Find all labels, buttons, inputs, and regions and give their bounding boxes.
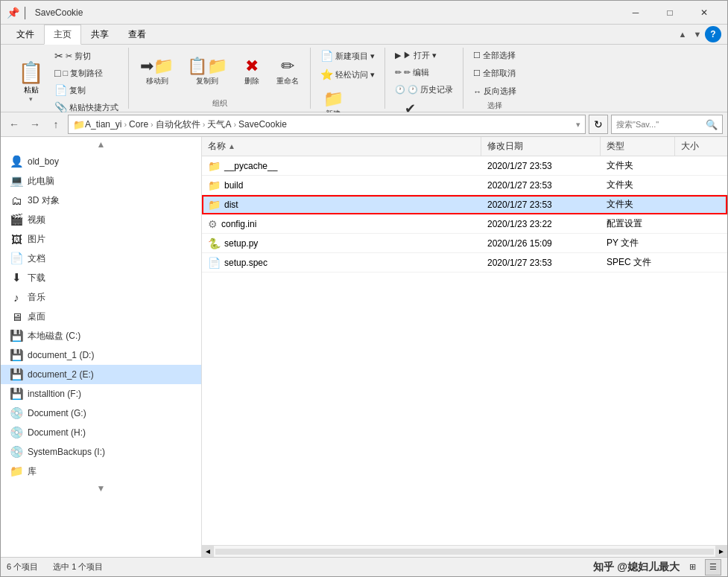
move-to-button[interactable]: ➡📁 移动到 <box>135 55 179 89</box>
select-all-button[interactable]: ☐ 全部选择 <box>469 48 519 63</box>
copy-path-icon: □ <box>54 67 60 79</box>
breadcrumb-item-4[interactable]: SaveCookie <box>238 119 287 130</box>
pin-icon[interactable]: 📌 <box>7 7 19 19</box>
file-row-build[interactable]: 📁 build 2020/1/27 23:53 文件夹 <box>202 176 727 195</box>
nav-bar: ← → ↑ 📁 A_tian_yi › Core › 自动化软件 › 天气A ›… <box>1 112 727 137</box>
ribbon: 文件 主页 共享 查看 ▲ ▼ ? 📋 粘贴 ▾ <box>1 25 727 112</box>
column-header-name[interactable]: 名称 ▲ <box>202 137 481 156</box>
address-folder-icon: 📁 <box>73 119 85 130</box>
column-header-date[interactable]: 修改日期 <box>481 137 601 156</box>
ribbon-scroll-up[interactable]: ▲ <box>675 26 690 42</box>
sidebar-item-this-pc[interactable]: 💻 此电脑 <box>1 171 201 191</box>
up-button[interactable]: ↑ <box>47 115 65 133</box>
new-item-button[interactable]: 📄 新建项目 ▾ <box>317 48 379 64</box>
refresh-button[interactable]: ↻ <box>589 115 608 134</box>
file-row-setup-spec[interactable]: 📄 setup.spec 2020/1/27 23:53 SPEC 文件 <box>202 253 727 272</box>
forward-button[interactable]: → <box>26 115 44 133</box>
column-header-size[interactable]: 大小 <box>675 137 727 156</box>
history-icon: 🕐 <box>395 85 405 95</box>
column-header-type[interactable]: 类型 <box>601 137 675 156</box>
copy-button[interactable]: 📄 复制 <box>51 82 122 98</box>
sidebar-item-installtion-f[interactable]: 💾 installtion (F:) <box>1 384 201 404</box>
tab-file[interactable]: 文件 <box>7 25 44 45</box>
video-icon: 🎬 <box>10 213 23 226</box>
new-item-icon: 📄 <box>320 50 333 62</box>
rename-icon: ✏ <box>281 58 294 74</box>
search-input[interactable] <box>616 120 706 129</box>
file-row-pycache[interactable]: 📁 __pycache__ 2020/1/27 23:53 文件夹 <box>202 156 727 176</box>
organize-label: 组织 <box>212 98 227 109</box>
history-button[interactable]: 🕐 🕐 历史记录 <box>391 82 457 98</box>
horizontal-scrollbar[interactable]: ◄ ► <box>202 545 727 557</box>
sidebar-item-video[interactable]: 🎬 视频 <box>1 210 201 229</box>
sidebar: ▲ 👤 old_boy 💻 此电脑 🗂 3D 对象 🎬 视频 🖼 图片 <box>1 137 202 557</box>
3d-icon: 🗂 <box>10 194 23 207</box>
large-icon-view-button[interactable]: ⊞ <box>684 559 700 576</box>
close-button[interactable]: ✕ <box>687 1 721 25</box>
breadcrumb-item-1[interactable]: Core <box>129 119 148 130</box>
tab-view[interactable]: 查看 <box>118 25 156 45</box>
help-button[interactable]: ? <box>705 26 721 42</box>
sidebar-item-desktop[interactable]: 🖥 桌面 <box>1 307 201 326</box>
invert-icon: ↔ <box>473 87 481 96</box>
file-list-header: 名称 ▲ 修改日期 类型 大小 <box>202 137 727 156</box>
library-icon: 📁 <box>10 465 23 478</box>
selected-count: 选中 1 个项目 <box>53 561 103 573</box>
address-dropdown-icon[interactable]: ▾ <box>576 120 580 130</box>
scroll-left-button[interactable]: ◄ <box>202 546 214 558</box>
delete-icon: ✖ <box>245 58 259 74</box>
easy-access-button[interactable]: ⭐ 轻松访问 ▾ <box>317 66 379 83</box>
breadcrumb-item-2[interactable]: 自动化软件 <box>156 118 200 131</box>
sidebar-item-downloads[interactable]: ⬇ 下载 <box>1 268 201 287</box>
clipboard-buttons: 📋 粘贴 ▾ ✂ ✂ 剪切 □ □ 复制路径 <box>13 48 122 115</box>
back-button[interactable]: ← <box>5 115 23 133</box>
breadcrumb: A_tian_yi › Core › 自动化软件 › 天气A › SaveCoo… <box>85 118 287 131</box>
sidebar-scroll-up[interactable]: ▲ <box>1 137 201 152</box>
minimize-button[interactable]: ─ <box>618 1 653 25</box>
search-bar[interactable]: 🔍 <box>611 115 723 134</box>
spec-file-icon: 📄 <box>208 257 221 269</box>
sidebar-item-old-boy[interactable]: 👤 old_boy <box>1 152 201 171</box>
music-icon: ♪ <box>10 291 23 304</box>
copy-to-button[interactable]: 📋📁 复制到 <box>182 55 232 89</box>
sidebar-item-document-h[interactable]: 💿 Document (H:) <box>1 423 201 442</box>
status-bar: 6 个项目 选中 1 个项目 知乎 @媳妇儿最大 ⊞ ☰ <box>1 557 727 576</box>
sidebar-item-music[interactable]: ♪ 音乐 <box>1 287 201 307</box>
sidebar-item-pictures[interactable]: 🖼 图片 <box>1 229 201 249</box>
sidebar-item-document-g[interactable]: 💿 Document (G:) <box>1 404 201 423</box>
sidebar-item-docs[interactable]: 📄 文档 <box>1 249 201 268</box>
address-bar[interactable]: 📁 A_tian_yi › Core › 自动化软件 › 天气A › SaveC… <box>68 115 586 134</box>
select-none-button[interactable]: ☐ 全部取消 <box>469 66 519 81</box>
scissors-icon: ✂ <box>54 50 63 62</box>
file-row-config[interactable]: ⚙ config.ini 2020/1/23 23:22 配置设置 <box>202 214 727 234</box>
edit-button[interactable]: ✏ ✏ 编辑 <box>391 65 433 80</box>
cut-button[interactable]: ✂ ✂ 剪切 <box>51 48 122 64</box>
sidebar-item-system-i[interactable]: 💿 SystemBackups (I:) <box>1 442 201 462</box>
sidebar-item-document-d[interactable]: 💾 document_1 (D:) <box>1 345 201 365</box>
drive-f-icon: 💾 <box>10 387 23 401</box>
file-row-setup-py[interactable]: 🐍 setup.py 2020/1/26 15:09 PY 文件 <box>202 234 727 253</box>
delete-button[interactable]: ✖ 删除 <box>235 55 268 89</box>
ribbon-scroll-down[interactable]: ▼ <box>690 26 705 42</box>
paste-button[interactable]: 📋 粘贴 ▾ <box>13 48 49 115</box>
tab-home[interactable]: 主页 <box>44 25 81 45</box>
scroll-right-button[interactable]: ► <box>715 546 727 558</box>
breadcrumb-item-0[interactable]: A_tian_yi <box>85 119 121 130</box>
folder-icon: 📁 <box>208 179 221 191</box>
invert-selection-button[interactable]: ↔ 反向选择 <box>469 83 520 99</box>
rename-button[interactable]: ✏ 重命名 <box>271 55 304 89</box>
sidebar-scroll-down[interactable]: ▼ <box>1 481 201 496</box>
file-row-dist[interactable]: 📁 dist 2020/1/27 23:53 文件夹 <box>202 195 727 214</box>
breadcrumb-item-3[interactable]: 天气A <box>207 118 231 131</box>
edit-icon: ✏ <box>395 68 402 77</box>
sidebar-item-3d[interactable]: 🗂 3D 对象 <box>1 191 201 210</box>
tab-share[interactable]: 共享 <box>81 25 118 45</box>
copy-path-button[interactable]: □ □ 复制路径 <box>51 65 122 81</box>
sidebar-item-library[interactable]: 📁 库 <box>1 462 201 481</box>
sidebar-item-local-c[interactable]: 💾 本地磁盘 (C:) <box>1 326 201 345</box>
maximize-button[interactable]: □ <box>653 1 687 25</box>
detail-view-button[interactable]: ☰ <box>705 559 721 576</box>
sidebar-item-document-e[interactable]: 💾 document_2 (E:) <box>1 365 201 384</box>
open-button[interactable]: ▶ ▶ 打开 ▾ <box>391 48 440 63</box>
file-pane: 名称 ▲ 修改日期 类型 大小 📁 __p <box>202 137 727 557</box>
